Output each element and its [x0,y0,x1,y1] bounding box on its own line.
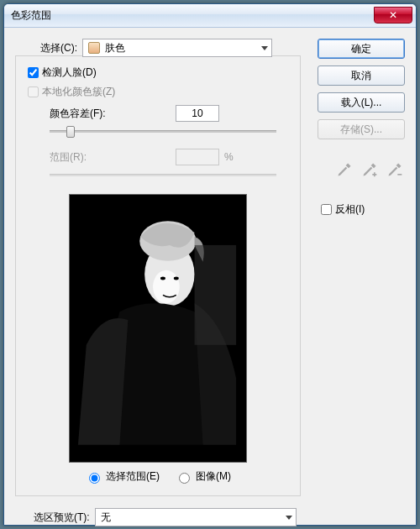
ok-button[interactable]: 确定 [318,39,405,59]
close-button[interactable]: ✕ [374,7,412,24]
fuzziness-label: 颜色容差(F): [50,107,142,121]
localized-checkbox[interactable] [28,86,39,97]
radio-image-input[interactable] [179,473,190,484]
invert-label: 反相(I) [335,202,365,217]
select-combo[interactable]: 肤色 [82,39,272,57]
preview-mode-radios: 选择范围(E) 图像(M) [24,469,291,484]
select-label: 选择(C): [40,41,77,55]
radio-image-label: 图像(M) [196,469,231,484]
svg-point-5 [174,277,179,280]
selection-preview-combo[interactable]: 无 [95,508,297,526]
selection-preview-image [69,194,247,463]
fuzziness-row: 颜色容差(F): 10 [50,105,291,122]
load-button[interactable]: 载入(L)... [318,92,405,113]
detect-faces-row: 检测人脸(D) [24,65,291,81]
window-title: 色彩范围 [11,8,374,23]
radio-image[interactable]: 图像(M) [175,469,231,484]
save-label: 存储(S)... [340,123,382,137]
radio-selection-label: 选择范围(E) [106,469,160,484]
range-row: 范围(R): % [50,149,291,165]
eyedropper-icon [336,161,353,178]
eyedropper-add-icon [361,161,378,178]
load-label: 载入(L)... [341,96,382,110]
localized-label: 本地化颜色簇(Z) [42,85,115,99]
eyedropper-tools [318,161,403,178]
save-button: 存储(S)... [318,119,405,139]
slider-track [50,130,276,133]
selection-preview-value: 无 [101,511,111,525]
client-area: 选择(C): 肤色 检测人脸(D) 本地化颜色簇(Z) 颜色容差(F): 10 [5,29,415,524]
localized-row: 本地化颜色簇(Z) [24,84,291,100]
fuzziness-slider[interactable] [50,123,276,139]
chevron-down-icon [286,516,292,520]
detect-faces-label: 检测人脸(D) [42,65,97,80]
fuzziness-input[interactable]: 10 [176,105,219,122]
preview-svg [70,195,246,462]
selection-preview-label: 选区预览(T): [34,511,90,525]
options-group: 检测人脸(D) 本地化颜色簇(Z) 颜色容差(F): 10 范围(R): [15,55,301,496]
cancel-label: 取消 [351,69,371,83]
svg-rect-6 [195,245,237,345]
svg-point-3 [153,270,180,304]
percent-symbol: % [224,151,234,163]
selection-preview-row: 选区预览(T): 无 [34,508,405,526]
cancel-button[interactable]: 取消 [318,65,405,86]
range-slider [50,167,276,182]
svg-point-4 [160,277,165,280]
invert-row: 反相(I) [318,202,405,217]
eyedropper-subtract-icon [386,161,403,178]
slider-track-disabled [50,174,276,176]
titlebar[interactable]: 色彩范围 ✕ [4,4,416,28]
skin-tone-icon [88,42,100,54]
radio-selection[interactable]: 选择范围(E) [85,469,160,484]
close-icon: ✕ [389,9,397,21]
ok-label: 确定 [351,42,371,56]
range-input [176,149,219,165]
side-buttons: 确定 取消 载入(L)... 存储(S)... 反相(I) [318,39,405,217]
radio-selection-input[interactable] [89,473,100,484]
invert-checkbox[interactable] [321,204,332,215]
fuzziness-block: 颜色容差(F): 10 范围(R): % [50,105,291,182]
detect-faces-checkbox[interactable] [28,67,39,78]
chevron-down-icon [261,46,268,50]
range-label: 范围(R): [50,150,142,165]
slider-thumb[interactable] [66,126,75,138]
color-range-dialog: 色彩范围 ✕ 选择(C): 肤色 检测人脸(D) 本地化颜色簇(Z) [3,3,417,526]
select-value: 肤色 [105,41,125,55]
